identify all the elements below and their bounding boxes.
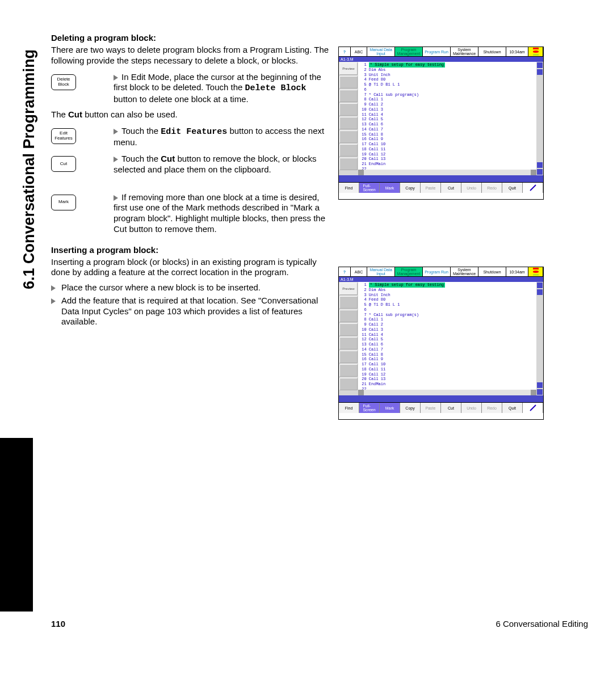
svg-line-0 [530, 185, 536, 191]
leftbtn-8[interactable] [339, 378, 358, 390]
bullet-insert-1: Place the cursor where a new block is to… [51, 282, 330, 293]
screenshot-insert: ? ABC Manual Data Input Program Manageme… [338, 267, 544, 420]
tab-help-icon[interactable]: ? [339, 47, 351, 56]
fbtn-quit[interactable]: Quit [502, 403, 523, 413]
leftbtn-6[interactable] [339, 130, 358, 143]
status-bar [339, 175, 543, 182]
bullet-icon [114, 195, 118, 201]
status-area [528, 47, 543, 56]
leftbtn-3[interactable] [339, 90, 358, 102]
instr-edit-features: Touch the Edit Features button to access… [114, 126, 330, 149]
instr-mark: If removing more than one block at a tim… [114, 192, 330, 235]
program-listing[interactable]: 1 * Simple setup for easy testing 2 Dim … [358, 62, 536, 170]
program-lines: 2 Dim Abs 3 Unit Inch 4 Feed 80 5 @ T1 D… [359, 288, 445, 390]
tab-program-run[interactable]: Program Run [423, 47, 451, 56]
bullet-icon [114, 129, 118, 134]
bullet-insert-2: Add the feature that is required at that… [51, 296, 330, 327]
tab-shutdown[interactable]: Shutdown [478, 47, 506, 56]
instr-cut: Touch the Cut button to remove the block… [114, 154, 330, 175]
leftbtn-preview[interactable]: Preview [339, 62, 358, 75]
softkey-mark: Mark [51, 195, 76, 210]
screenshot-delete: ? ABC Manual Data Input Program Manageme… [338, 47, 544, 200]
softkey-delete-block: Delete Block [51, 74, 76, 90]
tab-shutdown[interactable]: Shutdown [478, 267, 506, 276]
chapter-label: 6 Conversational Editing [496, 619, 588, 629]
cut-note: The Cut button can also be used. [51, 109, 330, 120]
fbtn-find[interactable]: Find [339, 183, 359, 193]
h-scrollbar[interactable] [358, 390, 536, 395]
status-record-icon [533, 50, 539, 52]
status-lock-icon [533, 274, 539, 276]
heading-deleting: Deleting a program block: [51, 33, 330, 43]
fbtn-find[interactable]: Find [339, 403, 359, 413]
fbtn-undo[interactable]: Undo [461, 403, 482, 413]
leftbtn-2[interactable] [339, 296, 358, 309]
fbtn-mark[interactable]: Mark [380, 183, 400, 193]
fbtn-undo[interactable]: Undo [461, 183, 482, 193]
svg-line-1 [530, 405, 536, 411]
tab-program-management[interactable]: Program Management [395, 267, 423, 276]
section-side-label: 6.1 Conversational Programming [20, 49, 38, 289]
bullet-icon [114, 157, 118, 162]
fbtn-redo[interactable]: Redo [482, 403, 502, 413]
clock-label: 10:34am [506, 47, 528, 56]
leftbtn-5[interactable] [339, 337, 358, 349]
fbtn-copy[interactable]: Copy [400, 183, 421, 193]
v-scrollbar[interactable] [536, 282, 543, 395]
softkey-edit-features: Edit Features [51, 128, 76, 144]
clock-label: 10:34am [506, 267, 528, 276]
leftbtn-4[interactable] [339, 103, 358, 116]
tab-system-maintenance[interactable]: System Maintenance [451, 267, 478, 276]
leftbtn-preview[interactable]: Preview [339, 282, 358, 295]
filename-bar: A1-3.M [339, 57, 543, 62]
filename-bar: A1-3.M [339, 277, 543, 282]
status-record-icon [533, 271, 539, 272]
intro-inserting: Inserting a program block (or blocks) in… [51, 257, 330, 279]
status-bar [339, 395, 543, 402]
v-scrollbar[interactable] [536, 62, 543, 175]
bullet-icon [114, 75, 118, 81]
fbtn-paste[interactable]: Paste [421, 403, 441, 413]
program-listing[interactable]: 1 * Simple setup for easy testing 2 Dim … [358, 282, 536, 390]
status-lock-icon [533, 54, 539, 56]
fbtn-redo[interactable]: Redo [482, 183, 502, 193]
leftbtn-7[interactable] [339, 144, 358, 157]
fbtn-cut[interactable]: Cut [441, 403, 461, 413]
intro-deleting: There are two ways to delete program blo… [51, 45, 330, 66]
status-alert-icon [533, 268, 539, 269]
softkey-cut: Cut [51, 156, 76, 172]
leftbtn-8[interactable] [339, 158, 358, 170]
fbtn-fullscreen[interactable]: Full- Screen [359, 403, 380, 413]
leftbtn-7[interactable] [339, 364, 358, 377]
leftbtn-2[interactable] [339, 76, 358, 88]
decorative-black-bar [0, 438, 33, 612]
fbtn-tool-icon[interactable] [523, 183, 543, 193]
leftbtn-4[interactable] [339, 323, 358, 336]
fbtn-tool-icon[interactable] [523, 403, 543, 413]
fbtn-cut[interactable]: Cut [441, 183, 461, 193]
highlighted-line: * Simple setup for easy testing [369, 62, 445, 68]
fbtn-mark[interactable]: Mark [380, 403, 400, 413]
tab-abc[interactable]: ABC [351, 267, 367, 276]
tab-abc[interactable]: ABC [351, 47, 367, 56]
tab-program-run[interactable]: Program Run [423, 267, 451, 276]
status-alert-icon [533, 48, 539, 49]
h-scrollbar[interactable] [358, 170, 536, 175]
highlighted-line: * Simple setup for easy testing [369, 282, 445, 288]
page-number: 110 [51, 619, 65, 629]
tab-manual-data[interactable]: Manual Data Input [367, 267, 395, 276]
tab-system-maintenance[interactable]: System Maintenance [451, 47, 478, 56]
heading-inserting: Inserting a program block: [51, 245, 330, 255]
fbtn-fullscreen[interactable]: Full- Screen [359, 183, 380, 193]
leftbtn-5[interactable] [339, 117, 358, 129]
tab-program-management[interactable]: Program Management [395, 47, 423, 56]
leftbtn-6[interactable] [339, 351, 358, 363]
tab-manual-data[interactable]: Manual Data Input [367, 47, 395, 56]
left-toolbar: Preview [339, 282, 358, 395]
leftbtn-3[interactable] [339, 310, 358, 322]
fbtn-copy[interactable]: Copy [400, 403, 421, 413]
fbtn-quit[interactable]: Quit [502, 183, 523, 193]
fbtn-paste[interactable]: Paste [421, 183, 441, 193]
status-area [528, 267, 543, 276]
tab-help-icon[interactable]: ? [339, 267, 351, 276]
